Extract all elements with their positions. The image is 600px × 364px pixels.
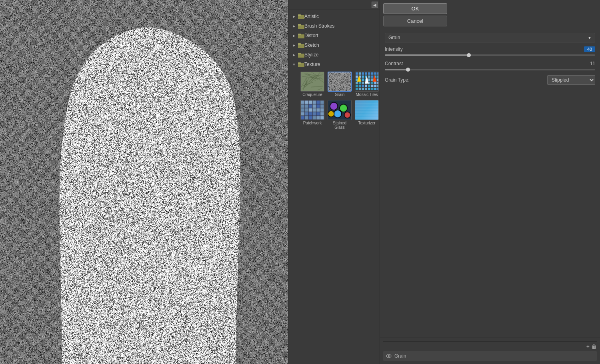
contrast-value[interactable]: 11 (590, 61, 595, 66)
stained-glass-label: Stained Glass (328, 121, 352, 130)
grain-type-select[interactable]: Regular Soft Sprinkles Clumped Contrasty… (547, 75, 595, 85)
add-filter-icon[interactable]: + (586, 343, 590, 350)
patchwork-label: Patchwork (303, 121, 322, 125)
applied-filter-grain[interactable]: Grain (383, 351, 597, 361)
cancel-button[interactable]: Cancel (383, 16, 447, 26)
filter-thumb-patchwork[interactable]: Patchwork (300, 99, 325, 130)
controls-area: Grain ▼ Intensity 40 Contrast 11 (380, 30, 600, 338)
stained-glass-thumbnail (328, 100, 352, 120)
patchwork-thumbnail (300, 100, 324, 120)
filter-thumb-stained-glass[interactable]: Stained Glass (327, 99, 352, 130)
intensity-value[interactable]: 40 (584, 46, 595, 52)
texturizer-thumbnail (355, 100, 379, 120)
intensity-slider-fill (385, 54, 469, 56)
svg-rect-11 (298, 43, 301, 45)
tree-label-stylize: Stylize (304, 52, 318, 58)
craquelure-thumbnail (300, 72, 324, 92)
panel-top-bar: ◀ (288, 0, 380, 10)
tree-label-distort: Distort (304, 33, 318, 38)
tree-label-brush-strokes: Brush Strokes (304, 23, 334, 29)
settings-top: OK Cancel (380, 0, 600, 30)
tree-arrow-sketch: ▶ (292, 43, 296, 48)
grain-dropdown-arrow[interactable]: ▼ (588, 36, 592, 40)
intensity-control: Intensity 40 (385, 46, 595, 56)
mosaic-tiles-label: Mosaic Tiles (356, 92, 378, 97)
tree-item-texture[interactable]: ▼ Texture (288, 60, 380, 69)
tree-item-brush-strokes[interactable]: ▶ Brush Strokes (288, 21, 380, 31)
folder-icon-sketch (298, 43, 304, 48)
applied-filter-label: Grain (394, 353, 406, 359)
tree-label-artistic: Artistic (304, 14, 319, 19)
grain-type-label: Grain Type: (385, 77, 410, 83)
texture-grid: Craquelure Grain Mosaic Tiles (288, 69, 380, 134)
craquelure-label: Craquelure (302, 92, 322, 97)
contrast-slider-fill (385, 69, 408, 70)
svg-rect-5 (298, 14, 301, 16)
contrast-slider-track[interactable] (385, 69, 595, 70)
contrast-label: Contrast (385, 61, 403, 66)
svg-point-17 (388, 355, 390, 357)
tree-arrow-stylize: ▶ (292, 52, 296, 57)
tree-arrow-distort: ▶ (292, 33, 296, 38)
grain-label: Grain (335, 92, 344, 97)
filter-tree: ▶ Artistic ▶ Brush Strokes ▶ (288, 10, 380, 135)
filter-gallery-panel: ◀ ▶ Artistic ▶ Brush Strokes (288, 0, 380, 364)
applied-filters-section: + 🗑 Grain (380, 338, 600, 364)
intensity-label: Intensity (385, 46, 403, 52)
folder-icon-artistic (298, 14, 304, 19)
folder-icon-stylize (298, 52, 304, 58)
filter-name-label: Grain (388, 35, 400, 40)
tree-item-stylize[interactable]: ▶ Stylize (288, 50, 380, 60)
tree-item-artistic[interactable]: ▶ Artistic (288, 12, 380, 21)
folder-icon-texture (298, 62, 304, 67)
tree-item-distort[interactable]: ▶ Distort (288, 31, 380, 40)
intensity-slider-track[interactable] (385, 54, 595, 56)
tree-arrow-texture: ▼ (292, 62, 296, 67)
texturizer-label: Texturizer (358, 121, 375, 125)
contrast-control: Contrast 11 (385, 61, 595, 70)
filter-thumb-mosaic-tiles[interactable]: Mosaic Tiles (354, 71, 380, 98)
tree-item-sketch[interactable]: ▶ Sketch (288, 40, 380, 50)
filter-thumb-grain[interactable]: Grain (327, 71, 352, 98)
grain-thumbnail (328, 72, 352, 92)
delete-filter-icon[interactable]: 🗑 (591, 343, 597, 350)
svg-rect-9 (298, 34, 301, 35)
tree-arrow-artistic: ▶ (292, 14, 296, 19)
folder-icon-brush-strokes (298, 24, 304, 29)
tree-arrow-brush-strokes: ▶ (292, 24, 296, 28)
svg-rect-15 (298, 62, 301, 64)
filter-thumb-texturizer[interactable]: Texturizer (354, 99, 380, 130)
visibility-eye-icon[interactable] (386, 353, 392, 359)
grain-type-row: Grain Type: Regular Soft Sprinkles Clump… (385, 75, 595, 85)
svg-rect-13 (298, 53, 301, 54)
contrast-slider-thumb[interactable] (406, 68, 410, 72)
filter-thumb-craquelure[interactable]: Craquelure (300, 71, 325, 98)
svg-rect-7 (298, 24, 301, 26)
tree-label-sketch: Sketch (304, 42, 319, 48)
tree-label-texture: Texture (304, 62, 320, 67)
settings-panel: OK Cancel Grain ▼ Intensity 40 (380, 0, 600, 364)
collapse-button[interactable]: ◀ (372, 2, 378, 8)
canvas-preview (0, 0, 288, 364)
intensity-slider-thumb[interactable] (467, 53, 471, 57)
mosaic-tiles-thumbnail (355, 72, 379, 92)
folder-icon-distort (298, 33, 304, 38)
ok-button[interactable]: OK (383, 3, 447, 14)
